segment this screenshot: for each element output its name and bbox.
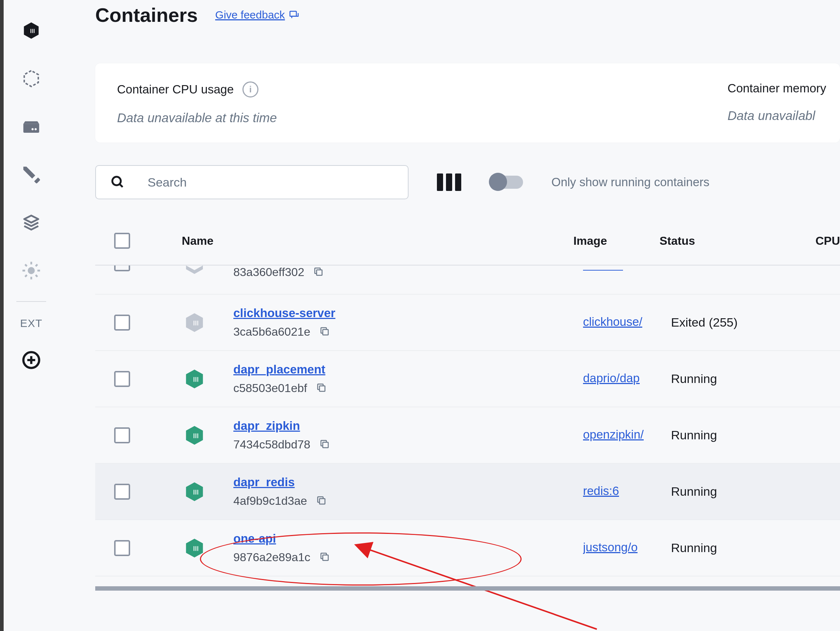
- search-icon: [111, 175, 125, 190]
- container-name-link[interactable]: dapr_zipkin: [233, 419, 583, 433]
- table-row[interactable]: clickhouse-server 3ca5b6a6021e clickhous…: [95, 294, 840, 351]
- columns-icon[interactable]: [437, 174, 461, 191]
- cpu-usage-value: Data unavailable at this time: [117, 111, 728, 125]
- svg-point-5: [112, 177, 121, 185]
- svg-rect-4: [290, 11, 297, 16]
- svg-rect-10: [319, 499, 325, 504]
- copy-icon[interactable]: [319, 439, 330, 451]
- container-name-link[interactable]: dapr_placement: [233, 362, 583, 376]
- container-status: Running: [671, 428, 830, 442]
- image-link[interactable]: justsong/o: [583, 541, 638, 554]
- row-checkbox[interactable]: [114, 315, 130, 331]
- add-extension-button[interactable]: [22, 351, 41, 370]
- sidebar-divider: [16, 301, 46, 302]
- col-status[interactable]: Status: [659, 234, 815, 248]
- sidebar-scout-icon[interactable]: [21, 260, 42, 281]
- container-hash: c58503e01ebf: [233, 381, 307, 395]
- image-link[interactable]: openzipkin/: [583, 428, 644, 441]
- row-checkbox[interactable]: [114, 484, 130, 500]
- info-icon[interactable]: i: [242, 81, 259, 98]
- svg-point-0: [35, 128, 37, 130]
- stats-card: Container CPU usage i Data unavailable a…: [95, 63, 840, 142]
- container-status: Running: [671, 541, 830, 555]
- copy-icon[interactable]: [313, 266, 324, 278]
- container-name-link[interactable]: one-api: [233, 532, 583, 546]
- select-all-checkbox[interactable]: [114, 233, 130, 249]
- container-status: Exited (255): [671, 315, 830, 329]
- copy-icon[interactable]: [316, 382, 327, 395]
- search-input[interactable]: Search: [95, 165, 409, 199]
- svg-rect-6: [317, 270, 322, 275]
- svg-point-2: [28, 267, 35, 274]
- cpu-usage-label: Container CPU usage: [117, 82, 234, 96]
- sidebar-images-icon[interactable]: [21, 68, 42, 89]
- container-hash: 7434c58dbd78: [233, 438, 310, 451]
- copy-icon[interactable]: [316, 495, 327, 508]
- sidebar-volumes-icon[interactable]: [21, 116, 42, 137]
- container-name-link[interactable]: clickhouse-server: [233, 306, 583, 320]
- image-link[interactable]: [583, 269, 623, 270]
- row-checkbox[interactable]: [114, 540, 130, 556]
- container-icon: [183, 311, 233, 334]
- container-status: Running: [671, 484, 830, 499]
- sidebar: EXT: [4, 0, 59, 631]
- container-hash: 83a360eff302: [233, 266, 304, 279]
- container-status: Running: [671, 372, 830, 386]
- container-icon: [183, 368, 233, 390]
- container-icon: [183, 424, 233, 447]
- table-row[interactable]: dapr_redis 4af9b9c1d3ae redis:6 Running: [95, 464, 840, 520]
- horizontal-scrollbar[interactable]: [95, 586, 840, 591]
- sidebar-dev-icon[interactable]: [21, 164, 42, 185]
- table-row[interactable]: dapr_placement c58503e01ebf daprio/dap R…: [95, 351, 840, 407]
- container-icon: [183, 481, 233, 503]
- container-hash: 3ca5b6a6021e: [233, 325, 310, 338]
- window-edge: [0, 0, 4, 631]
- main-content: Containers Give feedback Container CPU u…: [59, 0, 840, 631]
- table-row[interactable]: 83a360eff302: [95, 266, 840, 294]
- copy-icon[interactable]: [319, 551, 330, 564]
- svg-rect-8: [319, 386, 325, 391]
- memory-usage-label: Container memory: [728, 81, 826, 95]
- image-link[interactable]: clickhouse/: [583, 315, 642, 329]
- col-name[interactable]: Name: [182, 234, 573, 248]
- table-row[interactable]: one-api 9876a2e89a1c justsong/o Running: [95, 520, 840, 576]
- svg-point-1: [32, 128, 34, 130]
- col-image[interactable]: Image: [573, 234, 659, 248]
- page-title: Containers: [95, 4, 198, 26]
- copy-icon[interactable]: [319, 326, 330, 338]
- sidebar-ext-label: EXT: [20, 317, 42, 329]
- container-name-link[interactable]: dapr_redis: [233, 475, 583, 489]
- feedback-label: Give feedback: [215, 9, 285, 21]
- container-hash: 9876a2e89a1c: [233, 550, 310, 564]
- memory-usage-value: Data unavailabl: [728, 108, 826, 123]
- give-feedback-link[interactable]: Give feedback: [215, 9, 300, 21]
- image-link[interactable]: daprio/dap: [583, 371, 640, 385]
- container-hash: 4af9b9c1d3ae: [233, 494, 307, 508]
- running-only-toggle[interactable]: [489, 176, 523, 189]
- svg-rect-11: [323, 555, 328, 560]
- col-cpu[interactable]: CPU: [815, 234, 840, 248]
- image-link[interactable]: redis:6: [583, 484, 619, 498]
- containers-table: Name Image Status CPU 83a360eff302 click…: [95, 233, 840, 576]
- search-placeholder: Search: [148, 175, 187, 190]
- sidebar-containers-icon[interactable]: [21, 20, 42, 41]
- row-checkbox[interactable]: [114, 371, 130, 387]
- table-row[interactable]: dapr_zipkin 7434c58dbd78 openzipkin/ Run…: [95, 407, 840, 464]
- svg-rect-9: [323, 442, 328, 448]
- row-checkbox[interactable]: [114, 427, 130, 443]
- running-only-label: Only show running containers: [551, 175, 709, 189]
- sidebar-extensions-icon[interactable]: [21, 212, 42, 233]
- container-icon: [183, 537, 233, 559]
- svg-rect-7: [323, 329, 328, 335]
